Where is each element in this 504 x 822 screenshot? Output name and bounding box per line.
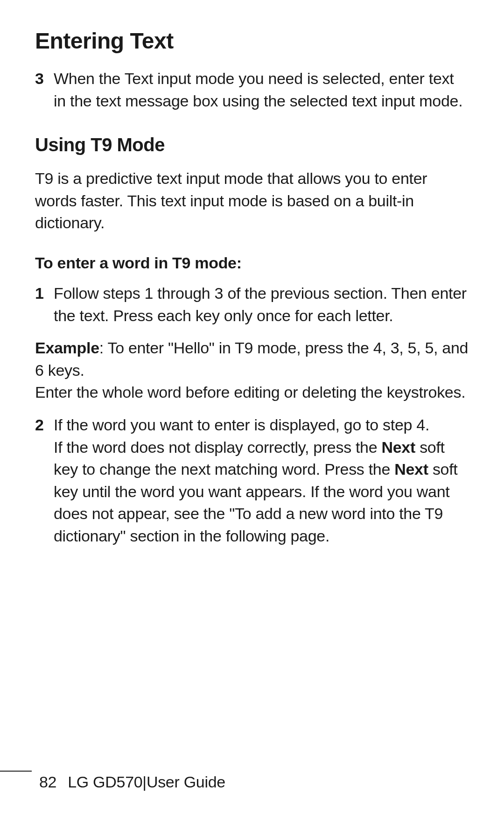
footer-guide: User Guide: [147, 773, 225, 791]
t9-step-2-text: If the word you want to enter is display…: [54, 414, 469, 548]
step-3-number: 3: [35, 68, 54, 112]
example-label: Example: [35, 339, 99, 357]
page-number: 82: [39, 773, 56, 791]
subheading-enter-word: To enter a word in T9 mode:: [35, 254, 469, 272]
example-line2: Enter the whole word before editing or d…: [35, 383, 465, 401]
t9-step-2-number: 2: [35, 414, 54, 548]
next-softkey-1: Next: [382, 438, 416, 456]
example-block: Example: To enter "Hello" in T9 mode, pr…: [35, 337, 469, 404]
step-3: 3 When the Text input mode you need is s…: [35, 68, 469, 112]
page-title: Entering Text: [35, 28, 469, 54]
t9-intro-paragraph: T9 is a predictive text input mode that …: [35, 168, 469, 234]
t9-step-2-line1: If the word you want to enter is display…: [54, 416, 429, 434]
t9-step-2: 2 If the word you want to enter is displ…: [35, 414, 469, 548]
page-footer: 82 LG GD570 | User Guide: [0, 773, 225, 791]
example-text: : To enter "Hello" in T9 mode, press the…: [35, 339, 468, 379]
t9-step-1-number: 1: [35, 282, 54, 327]
section-heading-t9: Using T9 Mode: [35, 134, 469, 155]
t9-step-1-text: Follow steps 1 through 3 of the previous…: [54, 282, 469, 327]
next-softkey-2: Next: [394, 460, 428, 478]
t9-step-1: 1 Follow steps 1 through 3 of the previo…: [35, 282, 469, 327]
footer-rule: [0, 771, 32, 772]
footer-separator: |: [142, 773, 147, 791]
footer-product: LG GD570: [68, 773, 142, 791]
step-3-text: When the Text input mode you need is sel…: [54, 68, 469, 112]
t9-step-2-line2a: If the word does not display correctly, …: [54, 438, 382, 456]
